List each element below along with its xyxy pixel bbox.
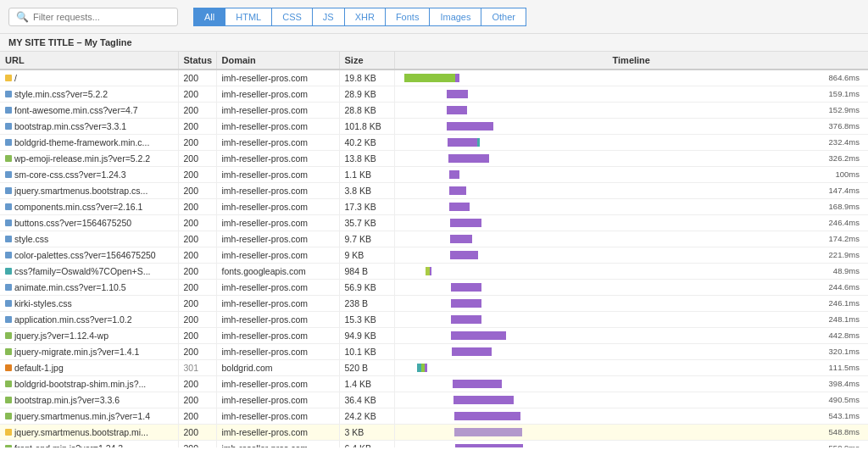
domain-cell: imh-reseller-pros.com: [216, 247, 339, 264]
domain-cell: boldgrid.com: [216, 360, 339, 376]
url-text: front-end.min.js?ver=1.24.3: [14, 443, 123, 447]
table-row[interactable]: style.css200imh-reseller-pros.com9.7 KB1…: [0, 231, 868, 247]
url-cell: jquery.smartmenus.bootstrap.mi...: [0, 425, 178, 441]
filter-btn-js[interactable]: JS: [312, 8, 344, 26]
size-cell: 984 B: [339, 264, 394, 280]
domain-cell: imh-reseller-pros.com: [216, 103, 339, 119]
domain-cell: imh-reseller-pros.com: [216, 280, 339, 296]
table-row[interactable]: front-end.min.js?ver=1.24.3200imh-resell…: [0, 441, 868, 448]
url-text: jquery.smartmenus.bootstrap.mi...: [14, 427, 148, 437]
timeline-bar-secondary: [477, 138, 480, 147]
timeline-spacer: [400, 239, 450, 240]
blue-file-icon: [5, 300, 12, 307]
timeline-cell: 159.1ms: [394, 86, 868, 103]
blue-file-icon: [5, 139, 12, 146]
table-row[interactable]: buttons.css?ver=1564675250200imh-reselle…: [0, 215, 868, 231]
size-cell: 56.9 KB: [339, 280, 394, 296]
table-row[interactable]: jquery.js?ver=1.12.4-wp200imh-reseller-p…: [0, 328, 868, 344]
size-cell: 1.4 KB: [339, 376, 394, 392]
filter-btn-all[interactable]: All: [193, 8, 225, 26]
table-row[interactable]: wp-emoji-release.min.js?ver=5.2.2200imh-…: [0, 151, 868, 167]
time-label: 174.2ms: [829, 233, 860, 245]
filter-btn-html[interactable]: HTML: [225, 8, 271, 26]
table-row[interactable]: bootstrap.min.css?ver=3.3.1200imh-resell…: [0, 119, 868, 135]
table-container[interactable]: URLStatusDomainSizeTimeline /200imh-rese…: [0, 52, 868, 447]
timeline-spacer: [400, 158, 448, 159]
table-row[interactable]: sm-core-css.css?ver=1.24.3200imh-reselle…: [0, 167, 868, 183]
url-text: jquery.smartmenus.min.js?ver=1.4: [14, 411, 150, 421]
timeline-bar-main: [450, 219, 481, 227]
domain-cell: imh-reseller-pros.com: [216, 69, 339, 86]
table-row[interactable]: css?family=Oswald%7COpen+S...200fonts.go…: [0, 264, 868, 280]
table-row[interactable]: bootstrap.min.js?ver=3.3.6200imh-reselle…: [0, 392, 868, 408]
search-box[interactable]: 🔍: [8, 8, 178, 26]
table-row[interactable]: default-1.jpg301boldgrid.com520 B111.5ms: [0, 360, 868, 376]
col-header-timeline: Timeline: [394, 52, 868, 69]
size-cell: 3 KB: [339, 425, 394, 441]
status-cell: 200: [178, 231, 216, 247]
url-text: application.min.css?ver=1.0.2: [14, 314, 132, 325]
time-label: 442.8ms: [829, 330, 860, 342]
blue-file-icon: [5, 91, 12, 97]
table-header-row: URLStatusDomainSizeTimeline: [0, 52, 868, 69]
table-row[interactable]: components.min.css?ver=2.16.1200imh-rese…: [0, 199, 868, 215]
table-row[interactable]: jquery.smartmenus.bootstrap.cs...200imh-…: [0, 183, 868, 199]
domain-cell: imh-reseller-pros.com: [216, 425, 339, 441]
timeline-bar-main: [448, 154, 489, 163]
time-label: 246.1ms: [829, 297, 860, 309]
timeline-spacer: [400, 416, 454, 417]
timeline-bar-tertiary: [425, 364, 427, 372]
green-file-icon: [5, 155, 12, 162]
table-row[interactable]: jquery.smartmenus.bootstrap.mi...200imh-…: [0, 425, 868, 441]
search-input[interactable]: [33, 12, 170, 22]
url-cell: font-awesome.min.css?ver=4.7: [0, 103, 178, 119]
timeline-cell: 320.1ms: [394, 344, 868, 360]
search-icon: 🔍: [16, 11, 29, 23]
url-text: buttons.css?ver=1564675250: [14, 218, 131, 228]
domain-cell: imh-reseller-pros.com: [216, 183, 339, 199]
size-cell: 9 KB: [339, 247, 394, 264]
timeline-cell: 246.4ms: [394, 215, 868, 231]
table-row[interactable]: jquery.smartmenus.min.js?ver=1.4200imh-r…: [0, 408, 868, 425]
blue-file-icon: [5, 284, 12, 291]
filter-btn-other[interactable]: Other: [481, 8, 526, 26]
blue-file-icon: [5, 316, 12, 323]
status-cell: 200: [178, 296, 216, 312]
url-cell: css?family=Oswald%7COpen+S...: [0, 264, 178, 280]
table-row[interactable]: application.min.css?ver=1.0.2200imh-rese…: [0, 312, 868, 328]
table-row[interactable]: animate.min.css?ver=1.10.5200imh-reselle…: [0, 280, 868, 296]
filter-btn-images[interactable]: Images: [429, 8, 481, 26]
timeline-bar-main: [449, 203, 470, 211]
table-row[interactable]: /200imh-reseller-pros.com19.8 KB864.6ms: [0, 69, 868, 86]
table-row[interactable]: boldgrid-theme-framework.min.c...200imh-…: [0, 135, 868, 151]
timeline-cell: 398.4ms: [394, 376, 868, 392]
url-text: wp-emoji-release.min.js?ver=5.2.2: [14, 153, 150, 164]
timeline-spacer: [400, 110, 447, 111]
table-row[interactable]: color-palettes.css?ver=1564675250200imh-…: [0, 247, 868, 264]
timeline-spacer: [400, 384, 453, 385]
url-text: jquery.smartmenus.bootstrap.cs...: [14, 186, 147, 196]
size-cell: 6.4 KB: [339, 441, 394, 448]
timeline-spacer: [400, 303, 451, 304]
timeline-bar-secondary: [430, 267, 431, 275]
table-row[interactable]: boldgrid-bootstrap-shim.min.js?...200imh…: [0, 376, 868, 392]
table-row[interactable]: font-awesome.min.css?ver=4.7200imh-resel…: [0, 103, 868, 119]
domain-cell: imh-reseller-pros.com: [216, 392, 339, 408]
filter-btn-css[interactable]: CSS: [271, 8, 312, 26]
timeline-cell: 550.9ms: [394, 441, 868, 448]
table-row[interactable]: kirki-styles.css200imh-reseller-pros.com…: [0, 296, 868, 312]
url-cell: components.min.css?ver=2.16.1: [0, 199, 178, 215]
status-cell: 200: [178, 167, 216, 183]
table-row[interactable]: style.min.css?ver=5.2.2200imh-reseller-p…: [0, 86, 868, 103]
timeline-cell: 864.6ms: [394, 69, 868, 86]
timeline-cell: 221.9ms: [394, 247, 868, 264]
yellow-file-icon: [5, 75, 12, 81]
time-label: 111.5ms: [829, 362, 860, 374]
table-row[interactable]: jquery-migrate.min.js?ver=1.4.1200imh-re…: [0, 344, 868, 360]
url-cell: /: [0, 69, 178, 86]
time-label: 100ms: [835, 169, 860, 181]
domain-cell: imh-reseller-pros.com: [216, 151, 339, 167]
filter-btn-xhr[interactable]: XHR: [344, 8, 385, 26]
filter-btn-fonts[interactable]: Fonts: [385, 8, 430, 26]
url-text: jquery-migrate.min.js?ver=1.4.1: [14, 347, 139, 357]
